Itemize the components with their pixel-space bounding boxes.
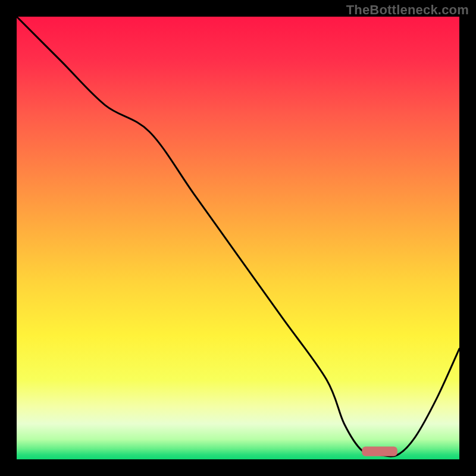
chart-svg [17,17,459,459]
watermark-text: TheBottleneck.com [346,2,469,18]
plot-area [17,17,459,459]
optimal-range-marker [362,446,397,456]
chart-container: TheBottleneck.com [0,0,476,476]
